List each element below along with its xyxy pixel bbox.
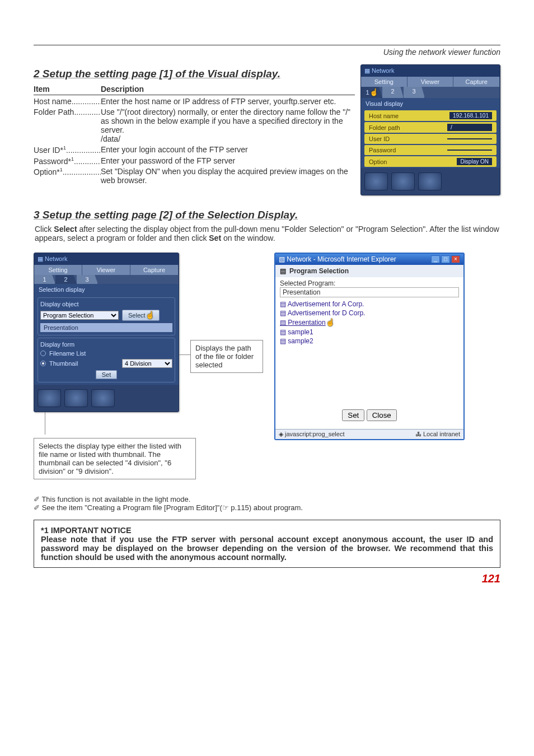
section3-title: 3 Setup the setting page [2] of the Sele… — [34, 209, 500, 221]
section2-title: 2 Setup the setting page [1] of the Visu… — [34, 68, 355, 80]
row-desc: Enter your login account of the FTP serv… — [101, 145, 355, 155]
th-description: Description — [101, 85, 355, 94]
panel-button-3[interactable] — [91, 389, 115, 407]
selected-program-label: Selected Program: — [280, 279, 459, 287]
subtab-1[interactable]: 1 — [361, 87, 382, 98]
program-icon: ▤ — [280, 267, 286, 275]
hostname-input[interactable]: 192.168.1.101 — [449, 112, 492, 119]
display-object-label: Display object — [40, 300, 172, 309]
userid-input[interactable] — [447, 138, 492, 139]
folderpath-input[interactable]: / — [447, 124, 492, 131]
minimize-icon[interactable]: _ — [431, 255, 440, 263]
subtab-3[interactable]: 3 — [77, 275, 98, 284]
row-name: User ID* — [34, 146, 63, 155]
row-desc: Enter the host name or IP address of FTP… — [101, 97, 355, 106]
panel-section-label: Visual display — [361, 98, 500, 109]
radio-thumbnail[interactable] — [40, 361, 46, 366]
folderpath-row: Folder path/ — [364, 122, 496, 133]
network-icon: ▦ — [38, 255, 45, 262]
panel-title: Network — [45, 255, 67, 262]
status-text: javascript:prog_select — [285, 431, 344, 437]
maximize-icon[interactable]: □ — [441, 255, 450, 263]
table-row: Folder Path............... Use "/"(root … — [34, 108, 355, 143]
set-button[interactable]: Set — [96, 370, 118, 379]
selection-display-panel: ▦ Network Setting Viewer Capture 1 2 3 S… — [34, 253, 179, 412]
tab-viewer[interactable]: Viewer — [407, 77, 454, 87]
ie-header: Program Selection — [289, 267, 349, 275]
table-row: Password*1............... Enter your pas… — [34, 156, 355, 166]
panel-button-2[interactable] — [391, 172, 415, 190]
row-name: Host name — [34, 97, 72, 106]
list-item[interactable]: ▤ sample2 — [280, 337, 459, 346]
table-header: Item Description — [34, 83, 355, 95]
hostname-row: Host name192.168.1.101 — [364, 110, 496, 121]
list-item[interactable]: ▤ sample1 — [280, 328, 459, 337]
password-row: Password — [364, 145, 496, 155]
subtab-2[interactable]: 2 — [382, 87, 404, 98]
panel-button-1[interactable] — [364, 172, 388, 190]
page-number: 121 — [34, 572, 500, 585]
important-notice: *1 IMPORTANT NOTICE Please note that if … — [34, 520, 500, 568]
subtab-3[interactable]: 3 — [404, 87, 425, 98]
cursor-icon — [326, 318, 334, 327]
row-name: Option* — [34, 167, 60, 176]
option-row: OptionDisplay ON — [364, 156, 496, 167]
note-1: This function is not available in the li… — [34, 495, 500, 503]
tab-capture[interactable]: Capture — [130, 265, 179, 275]
intranet-icon: 🖧 — [415, 431, 423, 437]
ie-title: Network - Microsoft Internet Explorer — [287, 255, 396, 263]
password-input[interactable] — [447, 150, 492, 151]
ie-close-button[interactable]: Close — [367, 409, 397, 421]
radio-label: Filename List — [49, 350, 86, 357]
row-name: Folder Path — [34, 108, 74, 116]
division-dropdown[interactable]: 4 Division — [122, 359, 172, 368]
list-item[interactable]: ▤ Advertisement for A Corp. — [280, 300, 459, 309]
userid-row: User ID — [364, 134, 496, 144]
subtab-2[interactable]: 2 — [55, 275, 77, 284]
important-heading: *1 IMPORTANT NOTICE — [41, 526, 493, 535]
breadcrumb: Using the network viewer function — [34, 48, 500, 57]
note-2: See the item "Creating a Program file [P… — [34, 503, 500, 512]
section3-intro: Click Select after selecting the display… — [34, 225, 500, 242]
panel-button-2[interactable] — [64, 389, 88, 407]
radio-label: Thumbnail — [49, 360, 78, 367]
visual-display-panel: ▦ Network Setting Viewer Capture 1 2 3 V… — [360, 64, 500, 195]
option-value[interactable]: Display ON — [457, 158, 492, 165]
panel-button-3[interactable] — [418, 172, 442, 190]
ie-window: ▧ Network - Microsoft Internet Explorer … — [274, 253, 465, 440]
table-row: Host name................ Enter the host… — [34, 97, 355, 106]
row-desc: Use "/"(root directory) normally, or ent… — [101, 108, 355, 143]
tab-setting[interactable]: Setting — [34, 265, 82, 275]
table-row: Option*1................... Set "Display… — [34, 167, 355, 185]
panel-title: Network — [372, 67, 394, 74]
callout-path: Displays the path of the file or folder … — [190, 340, 263, 373]
panel-button-1[interactable] — [38, 389, 61, 407]
important-body: Please note that if you use the FTP serv… — [41, 535, 493, 562]
status-icon: ◈ — [279, 431, 285, 437]
table-row: User ID*1.................... Enter your… — [34, 145, 355, 155]
radio-filename-list[interactable] — [40, 351, 46, 356]
ie-set-button[interactable]: Set — [342, 409, 364, 421]
selected-program-value: Presentation — [280, 287, 459, 297]
panel-section-label: Selection display — [34, 284, 179, 295]
th-item: Item — [34, 85, 101, 94]
close-icon[interactable]: × — [451, 255, 460, 263]
row-desc: Enter your password of the FTP server — [101, 156, 355, 166]
cursor-icon — [369, 88, 377, 97]
ie-icon: ▧ — [279, 255, 287, 263]
cursor-icon — [146, 311, 153, 320]
list-item[interactable]: ▤ Presentation — [280, 318, 459, 328]
presentation-path: Presentation — [40, 323, 172, 332]
tab-capture[interactable]: Capture — [453, 77, 500, 87]
callout-display-type: Selects the display type either the list… — [34, 438, 196, 479]
subtab-1[interactable]: 1 — [34, 275, 55, 284]
list-item[interactable]: ▤ Advertisement for D Corp. — [280, 309, 459, 318]
tab-setting[interactable]: Setting — [361, 77, 407, 87]
select-button[interactable]: Select — [122, 310, 160, 321]
status-zone: Local intranet — [423, 431, 460, 437]
program-selection-dropdown[interactable]: Program Selection — [40, 311, 119, 320]
network-icon: ▦ — [364, 67, 372, 74]
tab-viewer[interactable]: Viewer — [82, 265, 130, 275]
row-name: Password* — [34, 156, 71, 165]
display-form-label: Display form — [40, 340, 172, 349]
